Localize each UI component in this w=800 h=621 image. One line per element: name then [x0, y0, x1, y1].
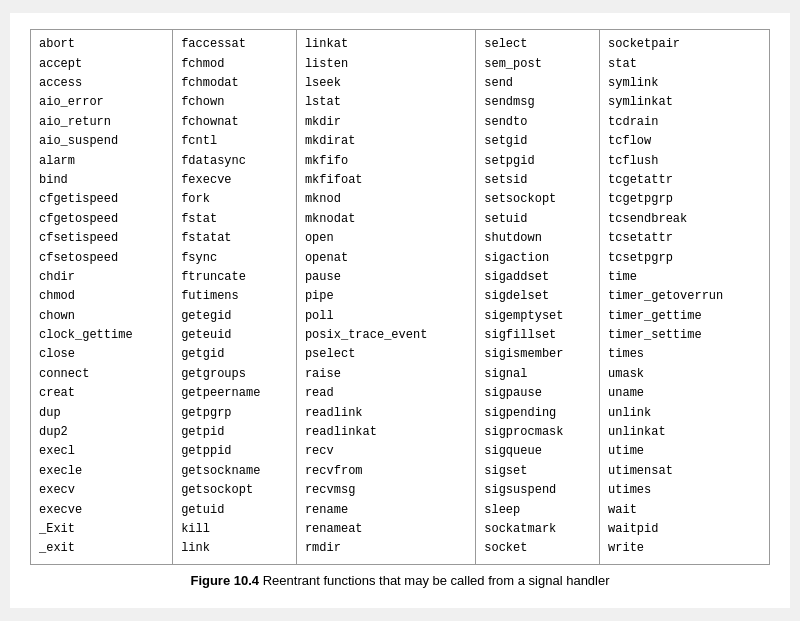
table-cell: recv [296, 442, 475, 461]
table-cell: tcsendbreak [600, 210, 769, 229]
table-cell: uname [600, 384, 769, 403]
table-cell: fdatasync [173, 152, 297, 171]
table-cell: creat [31, 384, 173, 403]
table-cell: sigdelset [476, 287, 600, 306]
table-cell: socketpair [600, 30, 769, 54]
table-cell: lstat [296, 93, 475, 112]
table-cell: tcdrain [600, 113, 769, 132]
table-cell: getgid [173, 345, 297, 364]
table-cell: recvmsg [296, 481, 475, 500]
table-cell: mkfifo [296, 152, 475, 171]
table-cell: mkfifoat [296, 171, 475, 190]
table-cell: pause [296, 268, 475, 287]
table-cell: dup2 [31, 423, 173, 442]
table-cell: getsockname [173, 462, 297, 481]
table-cell: fstatat [173, 229, 297, 248]
table-row: _exitlinkrmdirsocketwrite [31, 539, 769, 563]
table-cell: execve [31, 501, 173, 520]
table-cell: futimens [173, 287, 297, 306]
syscall-table: abortfaccessatlinkatselectsocketpairacce… [31, 30, 769, 564]
table-row: connectgetgroupsraisesignalumask [31, 365, 769, 384]
table-row: chowngetegidpollsigemptysettimer_gettime [31, 307, 769, 326]
table-cell: sendmsg [476, 93, 600, 112]
caption-text: Reentrant functions that may be called f… [259, 573, 609, 588]
figure-caption: Figure 10.4 Reentrant functions that may… [30, 573, 770, 592]
table-cell: chmod [31, 287, 173, 306]
table-wrapper: abortfaccessatlinkatselectsocketpairacce… [30, 29, 770, 565]
table-row: closegetgidpselectsigismembertimes [31, 345, 769, 364]
table-cell: timer_gettime [600, 307, 769, 326]
table-cell: fchownat [173, 113, 297, 132]
table-cell: stat [600, 55, 769, 74]
table-cell: sigpause [476, 384, 600, 403]
table-cell: lseek [296, 74, 475, 93]
table-cell: fchmodat [173, 74, 297, 93]
table-cell: close [31, 345, 173, 364]
table-cell: times [600, 345, 769, 364]
table-row: cfsetispeedfstatatopenshutdowntcsetattr [31, 229, 769, 248]
table-cell: unlink [600, 404, 769, 423]
table-cell: utime [600, 442, 769, 461]
table-cell: poll [296, 307, 475, 326]
table-cell: open [296, 229, 475, 248]
table-cell: fcntl [173, 132, 297, 151]
table-cell: rename [296, 501, 475, 520]
table-cell: timer_settime [600, 326, 769, 345]
table-cell: sendto [476, 113, 600, 132]
table-row: aio_returnfchownatmkdirsendtotcdrain [31, 113, 769, 132]
table-cell: setgid [476, 132, 600, 151]
table-cell: tcflow [600, 132, 769, 151]
table-cell: symlinkat [600, 93, 769, 112]
table-cell: tcgetattr [600, 171, 769, 190]
table-cell: ftruncate [173, 268, 297, 287]
table-cell: pselect [296, 345, 475, 364]
table-cell: _Exit [31, 520, 173, 539]
table-row: chdirftruncatepausesigaddsettime [31, 268, 769, 287]
table-cell: cfgetospeed [31, 210, 173, 229]
table-row: accessfchmodatlseeksendsymlink [31, 74, 769, 93]
table-cell: raise [296, 365, 475, 384]
table-cell: umask [600, 365, 769, 384]
table-cell: timer_getoverrun [600, 287, 769, 306]
page-container: abortfaccessatlinkatselectsocketpairacce… [10, 13, 790, 608]
table-cell: aio_suspend [31, 132, 173, 151]
table-cell: send [476, 74, 600, 93]
table-cell: sigprocmask [476, 423, 600, 442]
table-row: cfsetospeedfsyncopenatsigactiontcsetpgrp [31, 249, 769, 268]
table-cell: access [31, 74, 173, 93]
table-row: execvegetuidrenamesleepwait [31, 501, 769, 520]
table-cell: posix_trace_event [296, 326, 475, 345]
table-cell: tcsetattr [600, 229, 769, 248]
table-cell: kill [173, 520, 297, 539]
table-cell: symlink [600, 74, 769, 93]
table-row: clock_gettimegeteuidposix_trace_eventsig… [31, 326, 769, 345]
table-cell: getsockopt [173, 481, 297, 500]
table-cell: mkdirat [296, 132, 475, 151]
table-cell: read [296, 384, 475, 403]
table-row: execlgetppidrecvsigqueueutime [31, 442, 769, 461]
table-cell: clock_gettime [31, 326, 173, 345]
table-cell: sigaction [476, 249, 600, 268]
table-cell: setsockopt [476, 190, 600, 209]
table-cell: readlinkat [296, 423, 475, 442]
table-cell: wait [600, 501, 769, 520]
table-cell: sigpending [476, 404, 600, 423]
table-cell: recvfrom [296, 462, 475, 481]
table-cell: sigsuspend [476, 481, 600, 500]
table-cell: sem_post [476, 55, 600, 74]
table-cell: fsync [173, 249, 297, 268]
table-cell: fchown [173, 93, 297, 112]
table-row: aio_errorfchownlstatsendmsgsymlinkat [31, 93, 769, 112]
table-cell: getgroups [173, 365, 297, 384]
table-cell: sleep [476, 501, 600, 520]
table-cell: utimensat [600, 462, 769, 481]
table-cell: tcflush [600, 152, 769, 171]
table-cell: aio_error [31, 93, 173, 112]
table-cell: time [600, 268, 769, 287]
table-cell: utimes [600, 481, 769, 500]
table-cell: sigemptyset [476, 307, 600, 326]
table-cell: getppid [173, 442, 297, 461]
table-cell: socket [476, 539, 600, 563]
table-cell: setuid [476, 210, 600, 229]
table-cell: sockatmark [476, 520, 600, 539]
